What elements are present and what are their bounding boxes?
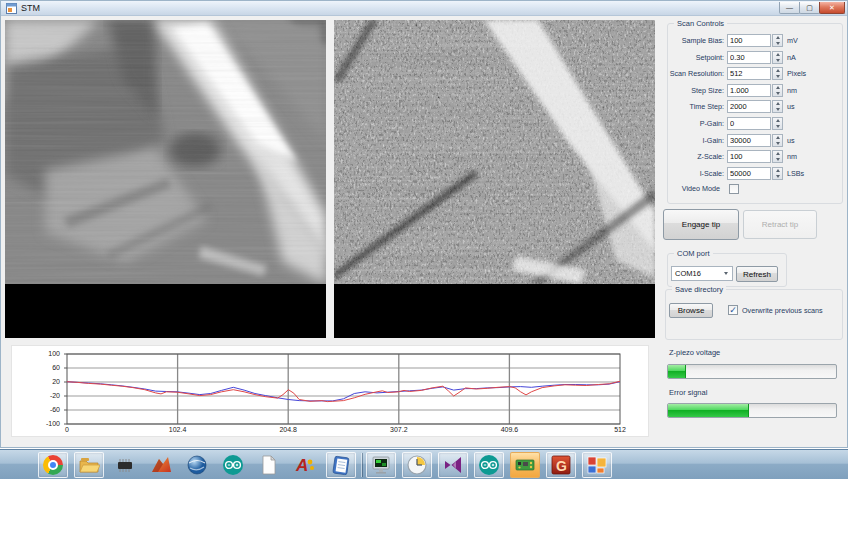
taskbar-item-matlab[interactable] xyxy=(146,452,176,478)
setpoint-label: Setpoint: xyxy=(668,53,724,62)
i-scale-spinner[interactable] xyxy=(772,167,783,180)
setpoint-input[interactable] xyxy=(727,51,771,64)
i-scale-value[interactable] xyxy=(728,168,770,179)
chevron-down-icon[interactable] xyxy=(720,267,732,280)
taskbar-item-new-document[interactable] xyxy=(254,452,284,478)
sample-bias-input[interactable] xyxy=(727,34,771,47)
error-signal-fill xyxy=(668,404,749,417)
topography-image xyxy=(5,20,326,338)
video-mode-label: Video Mode xyxy=(668,184,720,193)
taskbar-item-arduino-2[interactable] xyxy=(474,452,504,478)
setpoint-spinner[interactable] xyxy=(772,51,783,64)
step-size-input[interactable] xyxy=(727,84,771,97)
p-gain-value[interactable] xyxy=(728,118,770,129)
z-piezo-voltage-bar xyxy=(667,364,837,379)
taskbar-item-globe-app[interactable] xyxy=(182,452,212,478)
step-size-value[interactable] xyxy=(728,85,770,96)
circuit-board-icon xyxy=(514,454,536,476)
sample-bias-value[interactable] xyxy=(728,35,770,46)
i-gain-spinner[interactable] xyxy=(772,134,783,147)
scan-resolution-input[interactable] xyxy=(727,67,771,80)
taskbar-item-notepad[interactable] xyxy=(326,452,356,478)
sample-bias-label: Sample Bias: xyxy=(668,36,724,45)
time-step-input[interactable] xyxy=(727,100,771,113)
arduino-icon xyxy=(222,454,244,476)
taskbar-item-visual-studio[interactable] xyxy=(438,452,468,478)
setpoint-value[interactable] xyxy=(728,52,770,63)
spin-down-icon[interactable] xyxy=(773,124,782,130)
globe-icon xyxy=(186,454,208,476)
monitor-icon xyxy=(370,454,392,476)
spin-down-icon[interactable] xyxy=(773,58,782,64)
i-scale-unit: LSBs xyxy=(787,169,804,178)
minimize-button[interactable]: — xyxy=(779,2,800,14)
taskbar-item-system-monitor[interactable] xyxy=(366,452,396,478)
overwrite-checkbox[interactable]: ✓ xyxy=(728,305,738,315)
window-title: STM xyxy=(21,3,40,13)
z-scale-spinner[interactable] xyxy=(772,150,783,163)
browse-button[interactable]: Browse xyxy=(669,303,713,318)
taskbar-item-pcb-app-active[interactable] xyxy=(510,452,540,478)
arduino-icon xyxy=(478,454,500,476)
line-profile-chart-panel: 1006020-20-60-100 0102.4204.8307.2409.65… xyxy=(11,345,649,437)
engage-tip-button[interactable]: Engage tip xyxy=(663,209,739,240)
taskbar-item-clock-app[interactable] xyxy=(402,452,432,478)
scan-resolution-spinner[interactable] xyxy=(772,67,783,80)
video-mode-checkbox[interactable] xyxy=(729,184,739,194)
i-gain-value[interactable] xyxy=(728,135,770,146)
scan-resolution-unit: Pixels xyxy=(787,69,806,78)
spin-down-icon[interactable] xyxy=(773,74,782,80)
sample-bias-spinner[interactable] xyxy=(772,34,783,47)
error-signal-image xyxy=(334,20,655,338)
time-step-label: Time Step: xyxy=(668,102,724,111)
window-icon xyxy=(6,3,17,14)
time-step-spinner[interactable] xyxy=(772,100,783,113)
close-button[interactable]: ✕ xyxy=(819,2,845,14)
spin-down-icon[interactable] xyxy=(773,91,782,97)
y-tick-label: 20 xyxy=(12,378,60,386)
taskbar-item-arduino[interactable] xyxy=(218,452,248,478)
taskbar-item-chrome[interactable] xyxy=(38,452,68,478)
refresh-button[interactable]: Refresh xyxy=(736,266,778,282)
step-size-spinner[interactable] xyxy=(772,84,783,97)
taskbar-item-explorer[interactable] xyxy=(74,452,104,478)
spin-down-icon[interactable] xyxy=(773,107,782,113)
i-gain-input[interactable] xyxy=(727,134,771,147)
y-tick-label: -60 xyxy=(12,406,60,414)
spin-down-icon[interactable] xyxy=(773,157,782,163)
x-tick-label: 102.4 xyxy=(161,426,195,433)
visual-studio-icon xyxy=(442,454,464,476)
spin-down-icon[interactable] xyxy=(773,174,782,180)
spin-down-icon[interactable] xyxy=(773,41,782,47)
p-gain-label: P-Gain: xyxy=(668,119,724,128)
p-gain-input[interactable] xyxy=(727,117,771,130)
spin-down-icon[interactable] xyxy=(773,141,782,147)
field-row-i-gain: I-Gain: us xyxy=(668,134,842,147)
p-gain-spinner[interactable] xyxy=(772,117,783,130)
z-scale-unit: nm xyxy=(787,152,797,161)
scan-controls-group: Scan Controls Sample Bias: mV Setpoint: … xyxy=(667,23,843,204)
maximize-button[interactable]: ▢ xyxy=(799,2,820,14)
i-scale-input[interactable] xyxy=(727,167,771,180)
taskbar-item-chip[interactable] xyxy=(110,452,140,478)
microchip-icon xyxy=(114,454,136,476)
title-bar[interactable]: STM — ▢ ✕ xyxy=(1,1,847,16)
step-size-unit: nm xyxy=(787,86,797,95)
i-gain-label: I-Gain: xyxy=(668,136,724,145)
step-size-label: Step Size: xyxy=(668,86,724,95)
svg-text:G: G xyxy=(556,458,567,474)
taskbar-separator xyxy=(361,453,362,477)
time-step-unit: us xyxy=(787,102,795,111)
x-tick-label: 512 xyxy=(603,426,637,433)
profile-chart xyxy=(12,346,650,438)
error-signal-label: Error signal xyxy=(669,388,707,397)
scan-resolution-value[interactable] xyxy=(728,68,770,79)
time-step-value[interactable] xyxy=(728,101,770,112)
taskbar-item-desktop-squares[interactable] xyxy=(582,452,612,478)
com-port-title: COM port xyxy=(674,249,713,258)
taskbar-item-avr-studio[interactable]: A xyxy=(290,452,320,478)
z-scale-value[interactable] xyxy=(728,151,770,162)
taskbar-item-codevision[interactable]: G xyxy=(546,452,576,478)
com-port-dropdown[interactable]: COM16 xyxy=(671,266,733,281)
z-scale-input[interactable] xyxy=(727,150,771,163)
